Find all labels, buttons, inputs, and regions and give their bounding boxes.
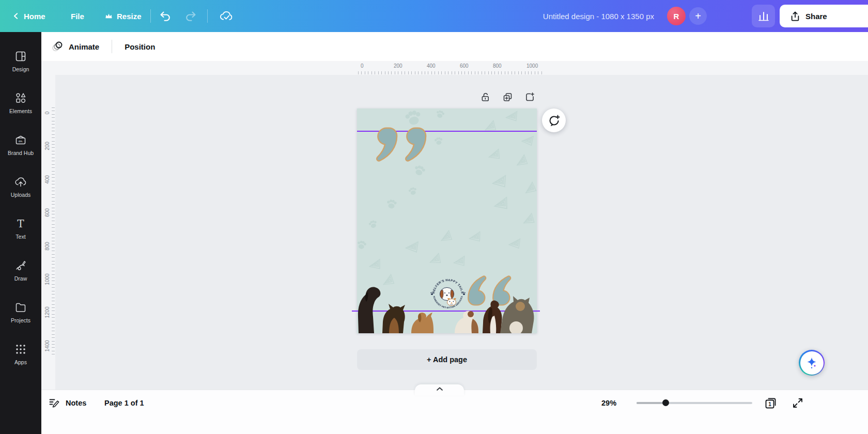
sidebar-item-projects[interactable]: Projects	[0, 291, 41, 333]
undo-icon	[159, 10, 172, 22]
insights-button[interactable]	[752, 5, 775, 27]
horizontal-ruler[interactable]: 0 200 400 600 800 1000	[55, 61, 868, 75]
add-page-label: + Add page	[427, 355, 467, 364]
chevron-up-icon	[436, 386, 443, 391]
animate-button[interactable]: Animate	[51, 40, 99, 53]
uploads-icon	[14, 176, 27, 188]
lock-page-button[interactable]	[479, 91, 491, 103]
file-label: File	[71, 12, 84, 21]
svg-text:1: 1	[768, 401, 771, 407]
opening-quotes-element[interactable]	[375, 126, 429, 163]
projects-icon	[14, 301, 27, 314]
home-button[interactable]: Home	[12, 0, 45, 32]
share-upload-icon	[790, 11, 800, 22]
undo-button[interactable]	[159, 0, 172, 32]
position-label: Position	[125, 42, 155, 51]
design-icon	[14, 50, 27, 63]
add-page-button[interactable]: + Add page	[357, 349, 537, 370]
assistant-button[interactable]	[799, 350, 825, 376]
top-bar: Home File Resize Untitled design - 1080 …	[0, 0, 868, 32]
dog-bulldog-puppy	[455, 311, 479, 333]
share-button[interactable]: Share	[780, 5, 868, 27]
sidebar-item-design[interactable]: Design	[0, 40, 41, 82]
resize-button[interactable]: Resize	[105, 0, 142, 32]
sidebar-item-text[interactable]: T Text	[0, 208, 41, 250]
zoom-slider-thumb[interactable]	[662, 399, 669, 406]
notes-icon	[48, 395, 61, 411]
dog-dark-labrador	[358, 287, 381, 333]
avatar[interactable]: R	[667, 7, 686, 25]
pages-panel-toggle[interactable]	[415, 384, 464, 396]
comment-add-icon	[547, 114, 561, 127]
dog-photos-element[interactable]	[357, 286, 537, 333]
expand-icon	[792, 397, 804, 409]
text-icon: T	[14, 218, 27, 230]
add-page-icon	[524, 91, 535, 103]
page-indicator: Page 1 of 1	[104, 395, 144, 411]
add-page-icon-button[interactable]	[524, 91, 535, 103]
save-status-button[interactable]	[220, 0, 234, 32]
bar-chart-icon	[758, 10, 769, 22]
quote-mark-icon	[404, 126, 429, 163]
add-member-button[interactable]: +	[689, 7, 707, 25]
unlock-icon	[480, 91, 491, 103]
canva-editor: Home File Resize Untitled design - 1080 …	[0, 0, 868, 434]
zoom-slider[interactable]	[637, 402, 752, 404]
dog-german-shepherd	[382, 304, 405, 333]
brand-hub-icon: co.	[14, 134, 27, 146]
sidebar-item-apps[interactable]: Apps	[0, 333, 41, 375]
zoom-value: 29%	[601, 395, 616, 411]
duplicate-page-button[interactable]	[502, 91, 513, 103]
redo-button[interactable]	[184, 0, 197, 32]
draw-icon	[14, 259, 27, 272]
page-actions	[479, 91, 535, 103]
dog-dachshund-puppy	[411, 313, 433, 333]
chevron-left-icon	[12, 12, 20, 20]
crown-icon	[105, 13, 113, 19]
toolbar-divider	[112, 40, 112, 53]
file-menu[interactable]: File	[71, 0, 84, 32]
vertical-ruler[interactable]: 0 200 400 600 800 1000 1200 1400	[41, 61, 55, 390]
topbar-divider	[207, 9, 208, 23]
ruler-ticks	[52, 107, 55, 354]
zoom-slider-fill	[637, 402, 665, 404]
sidebar: Design Elements co. Brand Hub Uploads T …	[0, 32, 41, 434]
quote-mark-icon	[375, 126, 400, 163]
topbar-divider	[150, 9, 151, 23]
bottom-bar: Notes Page 1 of 1 29% 1	[41, 390, 868, 434]
sidebar-item-brand-hub[interactable]: co. Brand Hub	[0, 124, 41, 166]
animate-icon	[51, 40, 64, 53]
sidebar-item-draw[interactable]: Draw	[0, 250, 41, 291]
design-title[interactable]: Untitled design - 1080 x 1350 px	[543, 0, 654, 32]
sidebar-item-elements[interactable]: Elements	[0, 82, 41, 124]
svg-text:co.: co.	[19, 140, 23, 143]
notes-button[interactable]: Notes	[66, 395, 86, 411]
apps-icon	[14, 343, 27, 355]
dog-springer-spaniel	[483, 301, 502, 333]
add-comment-button[interactable]	[542, 109, 566, 132]
elements-icon	[14, 92, 27, 104]
duplicate-icon	[502, 91, 513, 103]
sparkle-icon	[800, 351, 824, 375]
fullscreen-button[interactable]	[792, 395, 804, 411]
ruler-ticks	[358, 71, 544, 74]
cloud-check-icon	[220, 10, 234, 22]
share-label: Share	[805, 12, 827, 21]
sidebar-item-uploads[interactable]: Uploads	[0, 166, 41, 208]
dog-akita	[500, 296, 534, 333]
svg-text:T: T	[17, 218, 24, 230]
home-label: Home	[24, 12, 45, 21]
animate-label: Animate	[69, 42, 99, 51]
redo-icon	[184, 10, 197, 22]
resize-label: Resize	[117, 12, 142, 21]
position-button[interactable]: Position	[125, 42, 155, 51]
page-number-icon: 1	[764, 396, 778, 410]
grid-view-button[interactable]: 1	[764, 395, 778, 411]
context-toolbar: Animate Position	[41, 32, 868, 61]
